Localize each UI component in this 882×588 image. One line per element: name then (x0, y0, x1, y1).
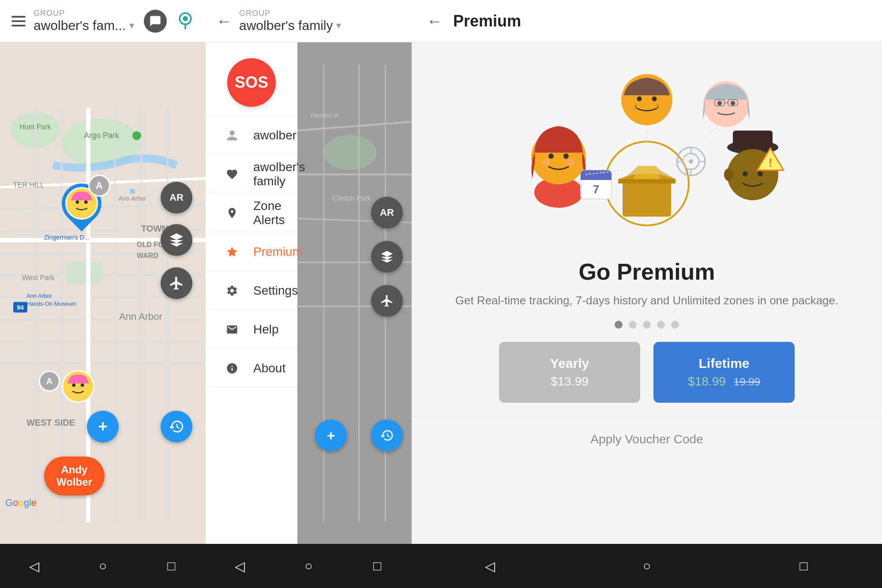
p2-content-area: SOS awolber awolber's family (206, 42, 412, 544)
svg-text:Zingerman's D...: Zingerman's D... (44, 234, 89, 241)
svg-text:Argo Park: Argo Park (84, 131, 120, 140)
nav-home-button[interactable]: ○ (90, 553, 116, 579)
svg-point-66 (543, 159, 550, 166)
p2-add-button[interactable]: + (315, 419, 347, 451)
p3-nav-recent-button[interactable]: □ (790, 553, 817, 579)
p2-nav-recent-button[interactable]: □ (364, 553, 390, 579)
svg-point-44 (72, 383, 75, 387)
a-marker: A (88, 175, 110, 197)
yearly-plan-card[interactable]: Yearly $13.99 (499, 342, 640, 403)
svg-point-82 (724, 169, 733, 181)
avatar-girl-pin: A (62, 184, 101, 232)
family-group-title: awolber's fam... (34, 18, 126, 33)
p2-plane-button[interactable] (371, 285, 403, 317)
chat-button[interactable] (144, 10, 167, 33)
svg-point-45 (81, 383, 84, 387)
dropdown-chevron-icon[interactable]: ▾ (129, 20, 134, 31)
svg-point-93 (689, 159, 693, 164)
p3-nav-back-button[interactable]: ◁ (477, 553, 503, 579)
lifetime-plan-card[interactable]: Lifetime $18.99 19.99 (653, 342, 795, 403)
panel1-bottom-nav: ◁ ○ □ (0, 544, 206, 588)
svg-text:WEST SIDE: WEST SIDE (26, 418, 75, 427)
heart-icon (223, 165, 241, 183)
svg-text:Hands-On Museum: Hands-On Museum (26, 300, 76, 307)
header-actions (144, 10, 197, 33)
hamburger-icon (11, 16, 26, 26)
svg-point-1 (183, 16, 188, 21)
svg-text:Ann Arbor: Ann Arbor (119, 311, 162, 322)
settings-gear-icon (223, 282, 241, 300)
help-mail-icon (223, 321, 241, 338)
p2-history-button[interactable] (371, 419, 403, 451)
svg-text:!: ! (768, 156, 772, 169)
svg-point-65 (563, 154, 569, 159)
ar-button[interactable]: AR (161, 182, 192, 213)
menu-item-awolber[interactable]: awolber (206, 116, 297, 155)
location-pin-button[interactable] (174, 10, 197, 33)
lifetime-new-price: $18.99 (688, 375, 726, 389)
premium-title: Go Premium (578, 258, 715, 285)
yearly-price: $13.99 (551, 375, 589, 389)
panel2-bottom-nav: ◁ ○ □ (206, 544, 412, 588)
dot-1 (615, 321, 623, 329)
menu-item-family[interactable]: awolber's family (206, 155, 297, 194)
p2-ar-button[interactable]: AR (371, 197, 403, 228)
svg-point-24 (132, 131, 141, 140)
p2-layers-button[interactable] (371, 241, 403, 273)
header-title-group: GROUP awolber's fam... ▾ (34, 9, 139, 33)
svg-text:Ann Arbor: Ann Arbor (26, 292, 52, 299)
menu-about-label: About (253, 361, 285, 375)
svg-text:7: 7 (593, 183, 599, 196)
layers-button[interactable] (161, 224, 192, 256)
svg-point-42 (84, 200, 88, 204)
panel3-bottom-nav: ◁ ○ □ (412, 544, 882, 588)
panel-map-view: GROUP awolber's fam... ▾ (0, 0, 206, 588)
map-view[interactable]: Argo Park Hunt Park Ann Arbor ■ TOWN OLD… (0, 42, 206, 544)
p2-nav-back-button[interactable]: ◁ (227, 553, 253, 579)
plane-button[interactable] (161, 267, 192, 299)
hamburger-menu-button[interactable] (9, 11, 28, 31)
premium-back-button[interactable]: ← (425, 11, 444, 31)
menu-item-help[interactable]: Help (206, 310, 297, 349)
header-title-row: awolber's fam... ▾ (34, 18, 139, 33)
svg-rect-78 (733, 131, 773, 150)
voucher-label: Apply Voucher Code (590, 432, 703, 446)
svg-text:Clinton Park: Clinton Park (333, 195, 371, 202)
dot-5 (671, 321, 679, 329)
nav-recent-button[interactable]: □ (158, 553, 184, 579)
apply-voucher-section[interactable]: Apply Voucher Code (412, 416, 882, 462)
p2-nav-home-button[interactable]: ○ (295, 553, 322, 579)
menu-item-about[interactable]: About (206, 349, 297, 388)
add-family-button[interactable]: + (87, 411, 119, 442)
sos-section: SOS (206, 42, 297, 116)
page-dots-indicator (615, 321, 679, 329)
svg-point-55 (324, 135, 377, 170)
panel1-header: GROUP awolber's fam... ▾ (0, 0, 206, 42)
nav-back-button[interactable]: ◁ (21, 553, 48, 579)
svg-point-73 (731, 101, 735, 105)
andy-wolber-button[interactable]: Andy Wolber (44, 457, 105, 495)
navigation-menu: SOS awolber awolber's family (206, 42, 297, 544)
p3-nav-home-button[interactable]: ○ (634, 553, 660, 579)
svg-rect-61 (623, 179, 671, 217)
sos-button[interactable]: SOS (227, 58, 276, 107)
andy-name-line1: Andy (56, 464, 92, 476)
p2-group-label: GROUP (239, 9, 403, 18)
menu-premium-label: Premium (253, 245, 303, 259)
menu-item-premium[interactable]: Premium (206, 232, 297, 271)
a-small-pin-bottom: A (39, 371, 60, 392)
p2-dropdown-chevron-icon[interactable]: ▾ (336, 20, 341, 31)
back-button[interactable]: ← (214, 11, 234, 31)
menu-item-settings[interactable]: Settings (206, 271, 297, 310)
zone-location-icon (223, 204, 241, 222)
yearly-label: Yearly (550, 356, 589, 371)
group-label: GROUP (34, 9, 139, 18)
menu-family-label: awolber's family (253, 160, 305, 188)
menu-item-zone-alerts[interactable]: Zone Alerts (206, 194, 297, 232)
lifetime-label: Lifetime (698, 356, 749, 371)
svg-text:TER HILL: TER HILL (13, 181, 44, 189)
menu-zone-label: Zone Alerts (253, 199, 285, 227)
history-button[interactable] (161, 411, 192, 442)
lifetime-old-price: 19.99 (734, 376, 760, 388)
svg-point-67 (567, 159, 574, 166)
